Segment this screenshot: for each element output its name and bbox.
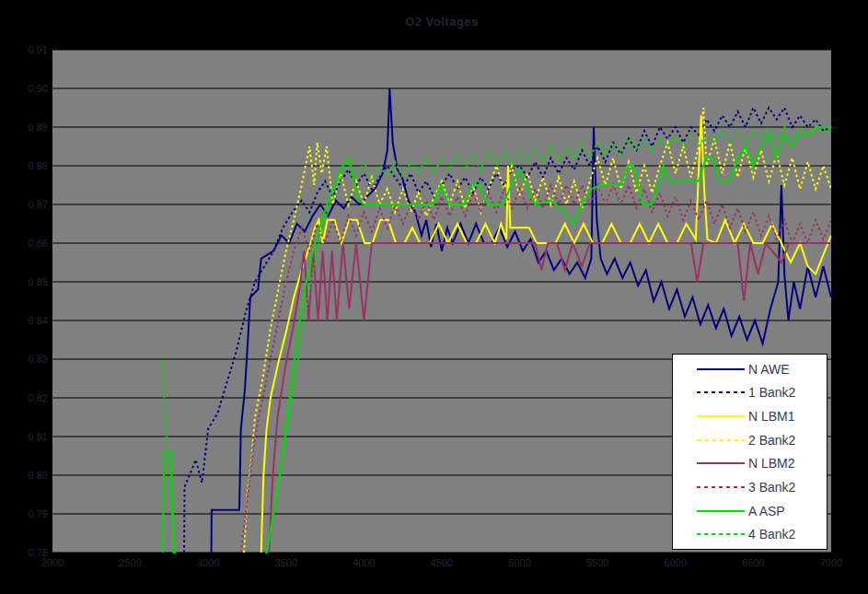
legend-item-label: N LBM1 — [748, 409, 795, 424]
svg-text:0.81: 0.81 — [29, 431, 48, 442]
legend-item-label: 3 Bank2 — [748, 480, 795, 495]
legend-line-swatch — [697, 437, 745, 443]
legend-item-label: 4 Bank2 — [748, 527, 795, 542]
svg-text:2500: 2500 — [119, 557, 141, 568]
svg-text:0.84: 0.84 — [29, 315, 48, 326]
legend-item: N AWE — [673, 358, 827, 380]
svg-text:3000: 3000 — [197, 557, 219, 568]
svg-text:5500: 5500 — [586, 557, 608, 568]
svg-text:0.90: 0.90 — [29, 83, 48, 94]
svg-text:0.87: 0.87 — [29, 199, 48, 210]
legend-line-swatch — [697, 367, 745, 372]
svg-text:0.80: 0.80 — [29, 470, 48, 481]
chart-legend: N AWE 1 Bank2 N LBM1 2 Bank2 N LBM2 3 Ba… — [672, 354, 827, 550]
legend-item-label: N AWE — [748, 362, 790, 377]
legend-line-swatch — [697, 508, 745, 514]
svg-text:0.89: 0.89 — [29, 122, 48, 133]
legend-item-label: 1 Bank2 — [748, 385, 795, 400]
chart-window: O2 Voltages 0.780.790.800.810.820.830.84… — [0, 0, 868, 594]
legend-item: A ASP — [673, 500, 827, 522]
svg-text:0.83: 0.83 — [29, 354, 48, 365]
legend-item-label: N LBM2 — [748, 456, 795, 471]
legend-line-swatch — [697, 484, 745, 490]
svg-text:2000: 2000 — [41, 557, 64, 568]
legend-line-swatch — [697, 413, 745, 419]
svg-text:7000: 7000 — [820, 557, 842, 568]
legend-line-swatch — [697, 460, 745, 466]
svg-text:0.88: 0.88 — [29, 160, 48, 171]
legend-item: N LBM2 — [673, 452, 827, 474]
svg-text:6000: 6000 — [665, 557, 687, 568]
svg-text:0.91: 0.91 — [29, 44, 48, 55]
svg-text:0.82: 0.82 — [29, 392, 48, 403]
legend-item: 2 Bank2 — [673, 429, 827, 451]
svg-text:6500: 6500 — [742, 557, 764, 568]
legend-item-label: A ASP — [748, 504, 785, 518]
legend-item: 4 Bank2 — [673, 523, 827, 545]
legend-item: N LBM1 — [673, 405, 827, 427]
svg-text:0.86: 0.86 — [29, 238, 48, 249]
legend-item-label: 2 Bank2 — [748, 433, 795, 448]
svg-text:0.79: 0.79 — [29, 508, 48, 519]
svg-text:3500: 3500 — [275, 557, 297, 568]
legend-line-swatch — [697, 531, 745, 537]
legend-line-swatch — [697, 390, 745, 395]
svg-text:5000: 5000 — [508, 557, 530, 568]
legend-item: 3 Bank2 — [673, 476, 827, 498]
legend-item: 1 Bank2 — [673, 381, 827, 403]
svg-text:4000: 4000 — [353, 557, 375, 568]
svg-text:4500: 4500 — [431, 557, 453, 568]
svg-text:0.85: 0.85 — [29, 276, 48, 287]
